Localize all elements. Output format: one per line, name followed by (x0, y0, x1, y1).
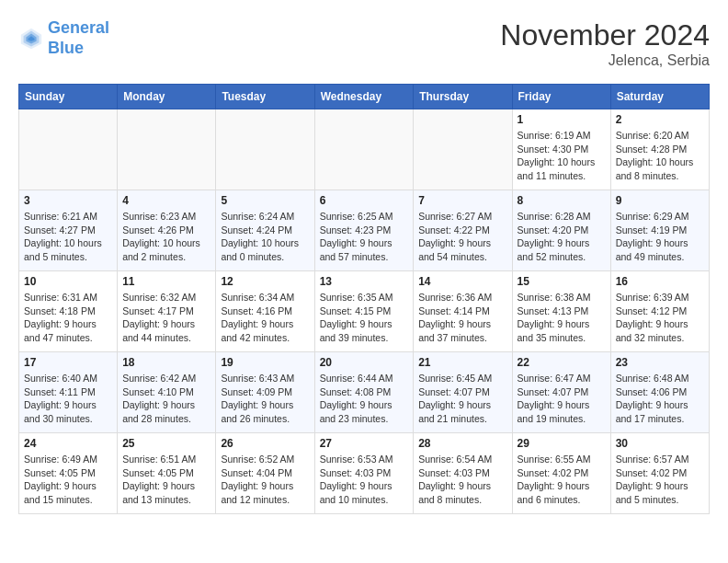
calendar-cell: 2Sunrise: 6:20 AM Sunset: 4:28 PM Daylig… (610, 109, 709, 190)
day-number: 24 (24, 437, 112, 450)
day-number: 26 (221, 437, 309, 450)
day-info: Sunrise: 6:40 AM Sunset: 4:11 PM Dayligh… (24, 372, 112, 426)
day-info: Sunrise: 6:45 AM Sunset: 4:07 PM Dayligh… (418, 372, 506, 426)
day-info: Sunrise: 6:35 AM Sunset: 4:15 PM Dayligh… (320, 291, 409, 345)
calendar-cell: 24Sunrise: 6:49 AM Sunset: 4:05 PM Dayli… (19, 433, 118, 514)
day-info: Sunrise: 6:51 AM Sunset: 4:05 PM Dayligh… (122, 453, 210, 507)
calendar-cell: 22Sunrise: 6:47 AM Sunset: 4:07 PM Dayli… (512, 352, 610, 433)
weekday-header-wednesday: Wednesday (314, 85, 414, 109)
day-number: 3 (24, 194, 112, 207)
day-number: 20 (320, 356, 409, 369)
day-number: 18 (122, 356, 210, 369)
location: Jelenca, Serbia (500, 52, 710, 69)
calendar-cell: 23Sunrise: 6:48 AM Sunset: 4:06 PM Dayli… (610, 352, 709, 433)
logo: General Blue (18, 18, 109, 58)
day-number: 6 (320, 194, 409, 207)
calendar-week-5: 24Sunrise: 6:49 AM Sunset: 4:05 PM Dayli… (19, 433, 710, 514)
calendar-cell: 12Sunrise: 6:34 AM Sunset: 4:16 PM Dayli… (216, 271, 314, 352)
calendar-cell: 21Sunrise: 6:45 AM Sunset: 4:07 PM Dayli… (414, 352, 512, 433)
calendar-week-2: 3Sunrise: 6:21 AM Sunset: 4:27 PM Daylig… (19, 190, 710, 271)
day-info: Sunrise: 6:34 AM Sunset: 4:16 PM Dayligh… (221, 291, 309, 345)
calendar-week-1: 1Sunrise: 6:19 AM Sunset: 4:30 PM Daylig… (19, 109, 710, 190)
day-info: Sunrise: 6:44 AM Sunset: 4:08 PM Dayligh… (320, 372, 409, 426)
day-info: Sunrise: 6:20 AM Sunset: 4:28 PM Dayligh… (616, 129, 704, 183)
day-number: 21 (418, 356, 506, 369)
calendar-week-3: 10Sunrise: 6:31 AM Sunset: 4:18 PM Dayli… (19, 271, 710, 352)
weekday-header-row: SundayMondayTuesdayWednesdayThursdayFrid… (19, 85, 710, 109)
day-number: 30 (616, 437, 704, 450)
calendar-week-4: 17Sunrise: 6:40 AM Sunset: 4:11 PM Dayli… (19, 352, 710, 433)
day-number: 14 (418, 275, 506, 288)
day-number: 2 (616, 113, 704, 126)
day-info: Sunrise: 6:32 AM Sunset: 4:17 PM Dayligh… (122, 291, 210, 345)
calendar-cell: 30Sunrise: 6:57 AM Sunset: 4:02 PM Dayli… (610, 433, 709, 514)
day-number: 4 (122, 194, 210, 207)
calendar-cell: 15Sunrise: 6:38 AM Sunset: 4:13 PM Dayli… (512, 271, 610, 352)
weekday-header-friday: Friday (512, 85, 610, 109)
day-number: 25 (122, 437, 210, 450)
day-info: Sunrise: 6:24 AM Sunset: 4:24 PM Dayligh… (221, 210, 309, 264)
calendar-cell: 14Sunrise: 6:36 AM Sunset: 4:14 PM Dayli… (414, 271, 512, 352)
calendar-cell: 27Sunrise: 6:53 AM Sunset: 4:03 PM Dayli… (314, 433, 414, 514)
day-info: Sunrise: 6:27 AM Sunset: 4:22 PM Dayligh… (418, 210, 506, 264)
calendar-cell: 17Sunrise: 6:40 AM Sunset: 4:11 PM Dayli… (19, 352, 118, 433)
calendar-cell: 19Sunrise: 6:43 AM Sunset: 4:09 PM Dayli… (216, 352, 314, 433)
title-block: November 2024 Jelenca, Serbia (500, 18, 710, 69)
calendar-cell: 20Sunrise: 6:44 AM Sunset: 4:08 PM Dayli… (314, 352, 414, 433)
day-number: 5 (221, 194, 309, 207)
day-info: Sunrise: 6:47 AM Sunset: 4:07 PM Dayligh… (518, 372, 606, 426)
calendar-cell: 7Sunrise: 6:27 AM Sunset: 4:22 PM Daylig… (414, 190, 512, 271)
calendar-cell: 6Sunrise: 6:25 AM Sunset: 4:23 PM Daylig… (314, 190, 414, 271)
calendar-cell: 1Sunrise: 6:19 AM Sunset: 4:30 PM Daylig… (512, 109, 610, 190)
day-info: Sunrise: 6:57 AM Sunset: 4:02 PM Dayligh… (616, 453, 704, 507)
day-info: Sunrise: 6:21 AM Sunset: 4:27 PM Dayligh… (24, 210, 112, 264)
day-info: Sunrise: 6:25 AM Sunset: 4:23 PM Dayligh… (320, 210, 409, 264)
day-info: Sunrise: 6:53 AM Sunset: 4:03 PM Dayligh… (320, 453, 409, 507)
day-number: 10 (24, 275, 112, 288)
weekday-header-tuesday: Tuesday (216, 85, 314, 109)
weekday-header-saturday: Saturday (610, 85, 709, 109)
calendar-cell: 9Sunrise: 6:29 AM Sunset: 4:19 PM Daylig… (610, 190, 709, 271)
calendar-cell (314, 109, 414, 190)
day-number: 22 (518, 356, 606, 369)
day-number: 29 (518, 437, 606, 450)
day-info: Sunrise: 6:38 AM Sunset: 4:13 PM Dayligh… (518, 291, 606, 345)
calendar-table: SundayMondayTuesdayWednesdayThursdayFrid… (18, 84, 710, 514)
day-number: 1 (518, 113, 606, 126)
day-number: 27 (320, 437, 409, 450)
calendar-cell: 29Sunrise: 6:55 AM Sunset: 4:02 PM Dayli… (512, 433, 610, 514)
day-number: 8 (518, 194, 606, 207)
day-info: Sunrise: 6:48 AM Sunset: 4:06 PM Dayligh… (616, 372, 704, 426)
day-number: 19 (221, 356, 309, 369)
calendar-cell: 13Sunrise: 6:35 AM Sunset: 4:15 PM Dayli… (314, 271, 414, 352)
calendar-cell: 10Sunrise: 6:31 AM Sunset: 4:18 PM Dayli… (19, 271, 118, 352)
calendar-cell (118, 109, 216, 190)
logo-icon (18, 26, 44, 52)
calendar-cell: 8Sunrise: 6:28 AM Sunset: 4:20 PM Daylig… (512, 190, 610, 271)
day-info: Sunrise: 6:31 AM Sunset: 4:18 PM Dayligh… (24, 291, 112, 345)
weekday-header-monday: Monday (118, 85, 216, 109)
calendar-cell: 4Sunrise: 6:23 AM Sunset: 4:26 PM Daylig… (118, 190, 216, 271)
calendar-cell (216, 109, 314, 190)
day-info: Sunrise: 6:42 AM Sunset: 4:10 PM Dayligh… (122, 372, 210, 426)
day-info: Sunrise: 6:54 AM Sunset: 4:03 PM Dayligh… (418, 453, 506, 507)
calendar-cell: 3Sunrise: 6:21 AM Sunset: 4:27 PM Daylig… (19, 190, 118, 271)
calendar-cell: 18Sunrise: 6:42 AM Sunset: 4:10 PM Dayli… (118, 352, 216, 433)
day-number: 23 (616, 356, 704, 369)
calendar-cell: 26Sunrise: 6:52 AM Sunset: 4:04 PM Dayli… (216, 433, 314, 514)
day-info: Sunrise: 6:29 AM Sunset: 4:19 PM Dayligh… (616, 210, 704, 264)
day-number: 16 (616, 275, 704, 288)
day-info: Sunrise: 6:49 AM Sunset: 4:05 PM Dayligh… (24, 453, 112, 507)
day-info: Sunrise: 6:39 AM Sunset: 4:12 PM Dayligh… (616, 291, 704, 345)
calendar-cell: 11Sunrise: 6:32 AM Sunset: 4:17 PM Dayli… (118, 271, 216, 352)
day-number: 28 (418, 437, 506, 450)
day-number: 15 (518, 275, 606, 288)
weekday-header-sunday: Sunday (19, 85, 118, 109)
month-title: November 2024 (500, 18, 710, 52)
logo-text: General Blue (48, 18, 109, 58)
day-number: 11 (122, 275, 210, 288)
calendar-cell (19, 109, 118, 190)
day-number: 17 (24, 356, 112, 369)
day-info: Sunrise: 6:28 AM Sunset: 4:20 PM Dayligh… (518, 210, 606, 264)
day-number: 9 (616, 194, 704, 207)
